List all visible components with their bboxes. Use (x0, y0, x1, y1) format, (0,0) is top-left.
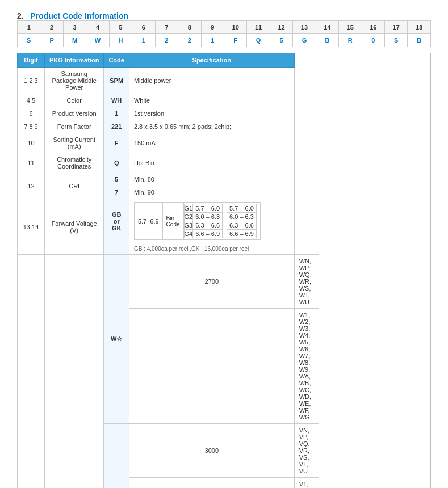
pkg-cell: Chromaticity Coordinates (44, 153, 103, 173)
code-cell: 221 (104, 120, 129, 133)
position-code: P (40, 34, 63, 47)
position-code: Q (247, 34, 270, 47)
cct-sym-0: W☆ (104, 255, 129, 424)
position-number: 10 (224, 21, 246, 34)
cct-row-0-a: 15 16CCT (K)W☆2700WN, WP, WQ, WR, WS, WT… (18, 255, 431, 309)
voltage-code: GB or GK (104, 199, 129, 243)
voltage-footnote-code (104, 243, 129, 255)
cct-v2-0 (129, 309, 294, 424)
position-code: 1 (132, 34, 155, 47)
table-row: 1 2 3 Samsung Package Middle Power SPM M… (18, 68, 431, 94)
position-number: 12 (270, 21, 292, 34)
digit-cell: 11 (18, 153, 45, 173)
pkg-cell: Product Version (44, 107, 103, 120)
table-row: 10 Sorting Current (mA) F 150 mA (18, 133, 431, 153)
position-code: R (339, 34, 362, 47)
position-code: W (86, 34, 109, 47)
cct-sym-1: V☆ (104, 424, 129, 489)
voltage-footnote-spec: GB : 4,000ea per reel ,GK : 16,000ea per… (129, 243, 294, 255)
table-row: 4 5 Color WH White (18, 94, 431, 107)
cri-code-1: 5 (104, 173, 129, 186)
position-number: 4 (86, 21, 109, 34)
position-number: 2 (40, 21, 63, 34)
position-code: B (316, 34, 338, 47)
position-code: 0 (362, 34, 384, 47)
code-cell: WH (104, 94, 129, 107)
voltage-spec: 5.7–6.9 Bin Code G15.7 – 6.0G26.0 – 6.3G… (129, 199, 294, 243)
cct-l1-1: VN, VP, VQ, VR, VS, VT, VU (294, 424, 319, 478)
digit-cell: 1 2 3 (18, 68, 45, 94)
col-pkg-header: PKG Information (44, 53, 103, 68)
pkg-cell: Form Factor (44, 120, 103, 133)
cct-digit: 15 16 (18, 255, 45, 489)
position-code: 2 (155, 34, 178, 47)
cri-row-1: 12 CRI 5 Min. 80 (18, 173, 431, 186)
cct-l2-1: V1, V2, V3, V4, V5, V6, V7, V8, V9, VA, … (294, 478, 319, 489)
cct-l2-0: W1, W2, W3, W4, W5, W6, W7, W8, W9, WA, … (294, 309, 319, 424)
spec-cell: 2.8 x 3.5 x 0.65 mm; 2 pads; 2chip; (129, 120, 294, 133)
position-table: 123456789101112131415161718 SPMWH1221FQ5… (17, 20, 431, 47)
pkg-cell: Samsung Package Middle Power (44, 68, 103, 94)
code-cell: 1 (104, 107, 129, 120)
pkg-cell: Color (44, 94, 103, 107)
cri-digit: 12 (18, 173, 45, 199)
col-digit-header: Digit (18, 53, 45, 68)
position-number: 14 (316, 21, 338, 34)
position-number: 15 (339, 21, 362, 34)
position-code: 5 (270, 34, 292, 47)
position-number: 1 (18, 21, 40, 34)
spec-cell: 150 mA (129, 133, 294, 153)
digit-cell: 7 8 9 (18, 120, 45, 133)
col-spec-header: Specification (129, 53, 294, 68)
cct-val-0: 2700 (129, 255, 294, 309)
position-number: 6 (132, 21, 155, 34)
digit-cell: 6 (18, 107, 45, 120)
voltage-digit: 13 14 (18, 199, 45, 255)
position-code: F (224, 34, 246, 47)
position-number: 17 (385, 21, 408, 34)
position-number: 16 (362, 21, 384, 34)
position-code: M (63, 34, 86, 47)
pkg-cell: Sorting Current (mA) (44, 133, 103, 153)
cct-pkg: CCT (K) (44, 255, 103, 489)
position-code: S (18, 34, 40, 47)
position-code: G (293, 34, 316, 47)
position-number: 18 (408, 21, 431, 34)
table-row: 6 Product Version 1 1st version (18, 107, 431, 120)
position-number: 5 (109, 21, 132, 34)
position-code: S (385, 34, 408, 47)
cri-spec-1: Min. 80 (129, 173, 294, 186)
code-cell: Q (104, 153, 129, 173)
position-number: 11 (247, 21, 270, 34)
cct-v2-1 (129, 478, 294, 489)
digit-cell: 4 5 (18, 94, 45, 107)
position-code: 2 (178, 34, 201, 47)
cri-pkg: CRI (44, 173, 103, 199)
position-code: 1 (201, 34, 224, 47)
table-row: 11 Chromaticity Coordinates Q Hot Bin (18, 153, 431, 173)
spec-cell: 1st version (129, 107, 294, 120)
position-code: H (109, 34, 132, 47)
position-number: 7 (155, 21, 178, 34)
position-number: 8 (178, 21, 201, 34)
cri-spec-2: Min. 90 (129, 186, 294, 199)
voltage-row: 13 14 Forward Voltage (V) GB or GK 5.7–6… (18, 199, 431, 243)
position-number: 13 (293, 21, 316, 34)
spec-cell: White (129, 94, 294, 107)
code-cell: F (104, 133, 129, 153)
section-title: 2. Product Code Information (17, 11, 431, 20)
position-code: B (408, 34, 431, 47)
position-number: 9 (201, 21, 224, 34)
spec-cell: Hot Bin (129, 153, 294, 173)
cri-code-2: 7 (104, 186, 129, 199)
col-code-header: Code (104, 53, 129, 68)
table-row: 7 8 9 Form Factor 221 2.8 x 3.5 x 0.65 m… (18, 120, 431, 133)
code-cell: SPM (104, 68, 129, 94)
voltage-pkg: Forward Voltage (V) (44, 199, 103, 255)
cct-l1-0: WN, WP, WQ, WR, WS, WT, WU (294, 255, 319, 309)
spec-cell: Middle power (129, 68, 294, 94)
position-number: 3 (63, 21, 86, 34)
digit-cell: 10 (18, 133, 45, 153)
info-table: Digit PKG Information Code Specification… (17, 53, 431, 488)
cct-val-1: 3000 (129, 424, 294, 478)
